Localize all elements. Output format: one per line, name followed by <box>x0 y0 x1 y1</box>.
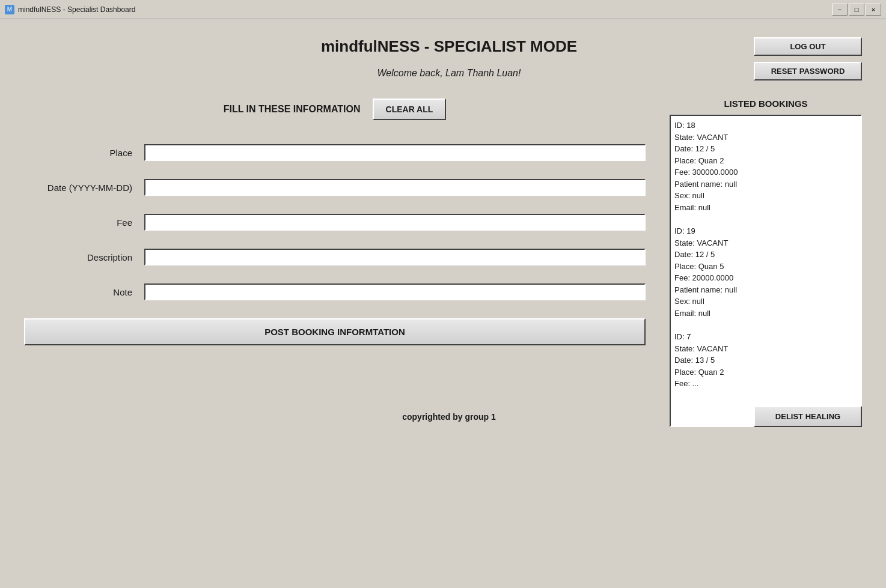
right-panel: LISTED BOOKINGS ID: 18State: VACANTDate:… <box>670 99 862 427</box>
delist-healing-button[interactable]: DELIST HEALING <box>754 406 862 427</box>
header-section: mindfulNESS - SPECIALIST MODE Welcome ba… <box>24 31 862 80</box>
list-item: ID: 18State: VACANTDate: 12 / 5Place: Qu… <box>674 120 857 216</box>
listed-bookings-title: LISTED BOOKINGS <box>670 99 862 109</box>
app-title: mindfulNESS - SPECIALIST MODE <box>321 37 577 56</box>
fee-label: Fee <box>24 217 144 228</box>
place-row: Place <box>24 144 646 161</box>
note-row: Note <box>24 283 646 300</box>
clear-all-button[interactable]: CLEAR ALL <box>373 99 447 120</box>
form-area: FILL IN THESE INFORMATION CLEAR ALL Plac… <box>24 99 862 427</box>
date-label: Date (YYYY-MM-DD) <box>24 183 144 193</box>
logout-button[interactable]: LOG OUT <box>754 37 862 56</box>
close-button[interactable]: × <box>866 4 881 16</box>
welcome-text: Welcome back, Lam Thanh Luan! <box>377 68 521 79</box>
footer-copyright: copyrighted by group 1 <box>144 412 754 422</box>
date-row: Date (YYYY-MM-DD) <box>24 179 646 196</box>
date-input[interactable] <box>144 179 646 196</box>
reset-password-button[interactable]: RESET PASSWORD <box>754 62 862 80</box>
minimize-button[interactable]: − <box>832 4 848 16</box>
place-label: Place <box>24 148 144 158</box>
note-input[interactable] <box>144 283 646 300</box>
form-section-title: FILL IN THESE INFORMATION <box>224 104 361 115</box>
maximize-button[interactable]: □ <box>849 4 864 16</box>
description-label: Description <box>24 252 144 262</box>
fee-row: Fee <box>24 214 646 231</box>
post-booking-button[interactable]: POST BOOKING INFORMTATION <box>24 318 646 345</box>
form-left: FILL IN THESE INFORMATION CLEAR ALL Plac… <box>24 99 646 427</box>
app-icon: M <box>5 5 14 14</box>
title-bar: M mindfulNESS - Specialist Dashboard − □… <box>0 0 886 19</box>
list-item: ID: 19State: VACANTDate: 12 / 5Place: Qu… <box>674 225 857 321</box>
list-item: ID: 7State: VACANTDate: 13 / 5Place: Qua… <box>674 331 857 392</box>
description-input[interactable] <box>144 249 646 265</box>
footer: copyrighted by group 1 DELIST HEALING <box>0 406 886 427</box>
place-input[interactable] <box>144 144 646 161</box>
fee-input[interactable] <box>144 214 646 231</box>
note-label: Note <box>24 287 144 297</box>
title-bar-text: mindfulNESS - Specialist Dashboard <box>18 5 135 14</box>
header-center: mindfulNESS - SPECIALIST MODE Welcome ba… <box>144 31 754 79</box>
description-row: Description <box>24 249 646 265</box>
title-bar-left: M mindfulNESS - Specialist Dashboard <box>5 5 135 14</box>
header-buttons: LOG OUT RESET PASSWORD <box>754 37 862 80</box>
main-content: mindfulNESS - SPECIALIST MODE Welcome ba… <box>0 19 886 439</box>
title-bar-controls: − □ × <box>832 4 881 16</box>
bookings-list[interactable]: ID: 18State: VACANTDate: 12 / 5Place: Qu… <box>670 115 862 427</box>
form-header: FILL IN THESE INFORMATION CLEAR ALL <box>24 99 646 120</box>
